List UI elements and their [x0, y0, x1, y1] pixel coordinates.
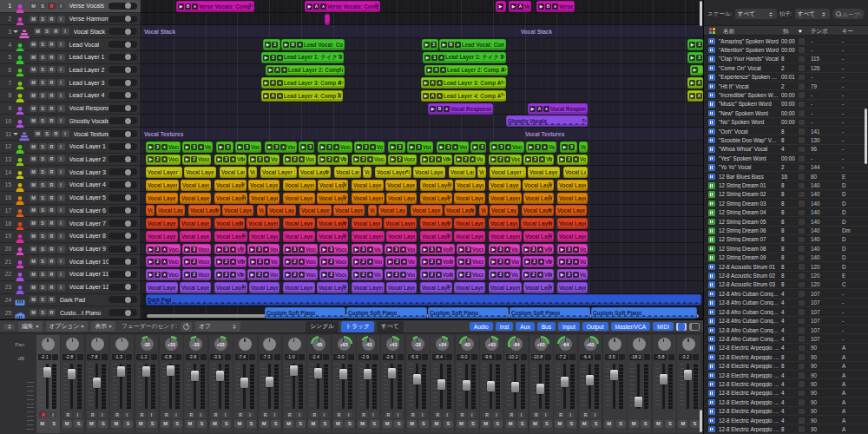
- channel-strip-5[interactable]: -33-1.2RIMS: [135, 335, 159, 433]
- region-3[interactable]: ▶33: [422, 39, 438, 50]
- input-monitor-button[interactable]: I: [57, 3, 65, 10]
- solo-button[interactable]: S: [394, 420, 404, 428]
- input-monitor-button[interactable]: I: [542, 411, 549, 418]
- record-enable-button[interactable]: R: [48, 54, 56, 61]
- region-vocal-layer-11[interactable]: ▶2∧Vocal Layer 11↻: [420, 269, 455, 280]
- loop-row[interactable]: "Whoa Whoa" Vocal496-: [704, 145, 868, 154]
- input-monitor-button[interactable]: I: [57, 117, 65, 124]
- loop-row[interactable]: "Yes" Spoken Word00:00--: [704, 154, 868, 162]
- region-vocal-layer-8[interactable]: Vocal Layer 8↻: [420, 231, 452, 242]
- mute-button[interactable]: M: [530, 420, 540, 428]
- loop-row[interactable]: 12 String Dream 068140Dm: [704, 227, 868, 235]
- loop-row[interactable]: 12-8 Electric Arpeggio 09490A: [704, 416, 868, 424]
- region[interactable]: ▶A: [687, 90, 703, 102]
- volume-knob[interactable]: [125, 42, 131, 48]
- record-enable-button[interactable]: R: [162, 411, 170, 418]
- input-monitor-button[interactable]: I: [57, 155, 65, 162]
- region-lead-layer-4-comp-a[interactable]: ▶A∧Lead Layer 4: Comp A↻: [261, 90, 343, 102]
- pan-knob[interactable]: +43: [385, 336, 401, 352]
- track-volume-slider[interactable]: [108, 117, 137, 124]
- solo-button[interactable]: S: [221, 420, 231, 428]
- region-vocal-layer-11[interactable]: ▶2∧Vocal Layer 11: [247, 269, 279, 280]
- region-vocal-layer-3[interactable]: Vocal Layer 3↻: [375, 167, 411, 178]
- channel-strip-24[interactable]: -3.5MS: [603, 335, 627, 433]
- arrange-lane-6[interactable]: [141, 64, 703, 77]
- loop-browser-scrollbar[interactable]: [865, 108, 867, 164]
- pan-knob[interactable]: -65: [311, 336, 327, 352]
- region-vocal-layer-3[interactable]: Vocal Layer 3: [490, 167, 526, 178]
- track-row-18[interactable]: 18MSRIVocal Layer 7: [0, 217, 141, 230]
- region-vocal-layer-6[interactable]: Vocal Layer 6: [156, 205, 185, 216]
- region-vocal-layer-10[interactable]: ▶2∧Vocal Layer 10: [352, 256, 384, 267]
- channel-strip-20[interactable]: -84-10.2RIMS: [504, 335, 528, 433]
- favorite-checkbox[interactable]: [799, 273, 805, 279]
- loop-row[interactable]: 12 String Dream 058140D: [704, 217, 868, 226]
- region-vocal-layer-10[interactable]: ▶2∧Vocal Layer 10: [557, 256, 588, 267]
- region-custom-soft-piano[interactable]: Custom Soft Piano: [510, 307, 590, 319]
- record-enable-button[interactable]: R: [48, 181, 56, 188]
- loop-row[interactable]: 12-8 Acoustic Strum 038120C: [704, 280, 868, 289]
- region-vocal-layer-10[interactable]: ▶2∧Vocal Layer 10↻: [420, 256, 455, 267]
- volume-knob[interactable]: [125, 259, 131, 265]
- loop-row[interactable]: 12-8 Acoustic Strum 018120D: [704, 262, 868, 271]
- mute-button[interactable]: M: [30, 155, 37, 162]
- record-enable-button[interactable]: R: [48, 117, 56, 124]
- mute-button[interactable]: M: [210, 420, 220, 428]
- channel-strip-27[interactable]: -3.2MS: [677, 335, 700, 433]
- track-volume-slider[interactable]: [108, 130, 137, 137]
- channel-strip-26[interactable]: -5.8MS: [653, 335, 676, 433]
- region-vocal-layer-2[interactable]: ▶2∧Vocal Layer 2: [489, 155, 522, 166]
- favorite-checkbox[interactable]: [799, 120, 805, 126]
- channel-strip-25[interactable]: -18.2MS: [628, 335, 651, 433]
- mute-button[interactable]: M: [383, 420, 392, 428]
- edit-menu-button[interactable]: 編集: [18, 321, 43, 332]
- favorite-checkbox[interactable]: [799, 327, 805, 333]
- record-enable-button[interactable]: R: [335, 411, 343, 418]
- record-enable-button[interactable]: R: [48, 271, 56, 278]
- mute-button[interactable]: M: [30, 168, 37, 175]
- region-vocal-layer-11[interactable]: ▶2∧Vocal Layer 11↻: [214, 269, 246, 280]
- loop-row[interactable]: 12-8 Electric Arpeggio 06490A: [704, 389, 868, 398]
- mute-button[interactable]: M: [30, 105, 37, 112]
- region-vocal-layer-12[interactable]: Vocal Layer 12: [557, 282, 588, 293]
- solo-button[interactable]: S: [39, 117, 47, 124]
- record-enable-button[interactable]: R: [48, 207, 56, 214]
- region-vocal-la[interactable]: ▶3Vocal La: [299, 141, 314, 153]
- favorite-checkbox[interactable]: [799, 391, 805, 397]
- mute-button[interactable]: M: [30, 16, 37, 23]
- region-vocal-layer-1[interactable]: ▶3∧Vocal Layer 1: [146, 141, 181, 153]
- solo-button[interactable]: S: [39, 92, 47, 99]
- region-vocal-layer-12[interactable]: Vocal Layer 12↻: [523, 282, 554, 293]
- region-vocal-layer-10[interactable]: ▶2∧Vocal Layer 10: [248, 256, 279, 267]
- region-vocal-layer-12[interactable]: Vocal Layer 12: [352, 282, 385, 293]
- mute-button[interactable]: M: [136, 420, 146, 428]
- favorite-checkbox[interactable]: [799, 354, 805, 360]
- region-vocal-layer-5[interactable]: Vocal Layer 5↻: [523, 193, 554, 204]
- mute-button[interactable]: M: [62, 420, 72, 428]
- filter-aux[interactable]: Aux: [516, 322, 534, 331]
- region-vocal-layer-7[interactable]: Vocal Layer 7: [384, 218, 417, 229]
- region-vocal-layer-9[interactable]: ▶3∧Vocal Layer 9↻: [522, 244, 554, 255]
- region-vocal-response-co[interactable]: ▶A∧Vocal Response: Co: [528, 103, 588, 115]
- region-vocal-layer-6[interactable]: Vocal Layer 6: [490, 205, 518, 216]
- region-verse-vocals-comp-b[interactable]: ▶B∧Verse Vocals: Comp B↻: [176, 1, 254, 12]
- record-enable-button[interactable]: R: [48, 16, 56, 23]
- solo-button[interactable]: S: [641, 420, 650, 428]
- region-vocal-layer-4[interactable]: Vocal Layer 4: [248, 180, 279, 191]
- fader-cap[interactable]: [266, 377, 273, 387]
- pan-knob[interactable]: +43: [483, 336, 500, 352]
- region-vocal-layer-2[interactable]: ▶2∧Vocal Layer 2↻: [420, 155, 452, 166]
- solo-button[interactable]: S: [271, 420, 280, 428]
- track-row-20[interactable]: 20MSRIVocal Layer 9: [0, 243, 141, 256]
- fader-cap[interactable]: [142, 366, 150, 377]
- fader-cap[interactable]: [635, 397, 642, 407]
- track-row-16[interactable]: 16MSRIVocal Layer 5: [0, 192, 141, 205]
- pan-knob[interactable]: -33: [187, 336, 204, 352]
- loop-search-field[interactable]: [832, 9, 865, 19]
- region-vocal-layer-6[interactable]: Vocal Layer 6↻: [444, 205, 476, 216]
- volume-knob[interactable]: [125, 29, 131, 35]
- track-row-3[interactable]: 3MSRIVocal Stack: [0, 25, 141, 38]
- solo-button[interactable]: S: [39, 246, 47, 253]
- fader-track[interactable]: [662, 364, 665, 409]
- track-volume-slider[interactable]: [108, 271, 137, 278]
